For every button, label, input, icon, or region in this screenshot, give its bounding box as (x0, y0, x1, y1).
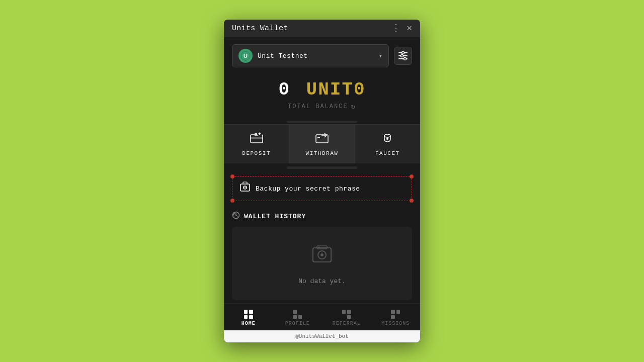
referral-icon (342, 310, 351, 319)
balance-label: TOTAL BALANCE ↻ (232, 102, 412, 111)
corner-dot-tl (230, 174, 234, 178)
wallet-history-label: WALLET HISTORY (244, 213, 306, 220)
backup-icon (239, 182, 251, 196)
refresh-icon[interactable]: ↻ (351, 102, 356, 111)
faucet-button[interactable]: FAUCET (355, 125, 420, 163)
svg-point-26 (318, 247, 320, 248)
empty-history-text: No data yet. (298, 278, 346, 285)
svg-rect-6 (403, 55, 408, 56)
corner-dot-br (410, 199, 414, 203)
title-bar-actions: ⋮ ✕ (391, 24, 412, 33)
footer-text: @UnitsWallet_bot (295, 333, 349, 339)
home-icon (244, 310, 253, 319)
deposit-button[interactable]: DEPOSIT (224, 125, 289, 163)
svg-point-7 (401, 55, 404, 57)
backup-text: Backup your secret phrase (256, 185, 360, 193)
empty-history: No data yet. (232, 227, 412, 300)
withdraw-label: WITHDRAW (306, 150, 339, 156)
withdraw-icon (315, 132, 329, 147)
network-bar: U Unit Testnet ▾ (224, 37, 420, 74)
svg-point-20 (245, 187, 246, 188)
svg-point-24 (320, 253, 324, 256)
nav-referral[interactable]: REFERRAL (322, 304, 371, 330)
faucet-icon (380, 132, 394, 147)
sub-tabs-indicator (224, 163, 420, 171)
bottom-nav: HOME PROFILE REF (224, 303, 420, 330)
svg-point-16 (384, 134, 390, 137)
wallet-history-header: WALLET HISTORY (232, 211, 412, 222)
nav-referral-label: REFERRAL (333, 321, 361, 326)
svg-rect-12 (251, 137, 263, 139)
title-bar: Units Wallet ⋮ ✕ (224, 20, 420, 37)
wallet-history-section: WALLET HISTORY No data yet. (224, 206, 420, 303)
nav-missions-label: MISSIONS (381, 321, 410, 326)
network-selector[interactable]: U Unit Testnet ▾ (232, 44, 389, 67)
sub-scroll-indicator (287, 166, 357, 169)
svg-text:U: U (244, 53, 248, 59)
settings-icon (398, 51, 408, 60)
backup-banner[interactable]: Backup your secret phrase (232, 176, 412, 201)
balance-section: 0 UNIT0 TOTAL BALANCE ↻ (224, 74, 420, 119)
nav-missions[interactable]: MISSIONS (371, 304, 421, 330)
network-settings-button[interactable] (394, 47, 412, 65)
tabs-indicator-row (224, 119, 420, 124)
network-logo: U (238, 49, 253, 63)
balance-display: 0 UNIT0 (232, 79, 412, 100)
close-icon[interactable]: ✕ (407, 24, 412, 33)
footer: @UnitsWallet_bot (224, 330, 420, 342)
svg-point-4 (402, 52, 405, 54)
network-logo-svg: U (240, 51, 251, 61)
scroll-indicator (287, 121, 357, 123)
nav-home-label: HOME (242, 321, 256, 326)
window-title: Units Wallet (232, 24, 288, 33)
svg-point-10 (404, 58, 407, 60)
deposit-label: DEPOSIT (242, 150, 271, 156)
svg-rect-8 (398, 58, 404, 59)
deposit-icon (250, 132, 264, 147)
svg-rect-15 (317, 137, 320, 138)
withdraw-button[interactable]: WITHDRAW (289, 125, 355, 163)
corner-dot-tr (410, 174, 414, 178)
more-icon[interactable]: ⋮ (391, 24, 400, 33)
network-name: Unit Testnet (258, 52, 374, 60)
nav-profile[interactable]: PROFILE (273, 304, 323, 330)
balance-amount: 0 (278, 79, 290, 100)
nav-profile-label: PROFILE (285, 321, 310, 326)
svg-point-17 (386, 138, 388, 140)
empty-history-icon (310, 242, 334, 272)
faucet-label: FAUCET (375, 150, 400, 156)
balance-unit: UNIT0 (306, 79, 366, 100)
missions-icon (391, 310, 400, 319)
corner-dot-bl (230, 199, 234, 203)
wallet-window: Units Wallet ⋮ ✕ U Unit Testnet ▾ (224, 20, 420, 342)
nav-home[interactable]: HOME (224, 304, 273, 330)
network-chevron-icon: ▾ (379, 52, 382, 60)
history-icon (232, 211, 240, 222)
action-buttons: DEPOSIT WITHDRAW (224, 124, 420, 163)
profile-icon (293, 310, 302, 319)
